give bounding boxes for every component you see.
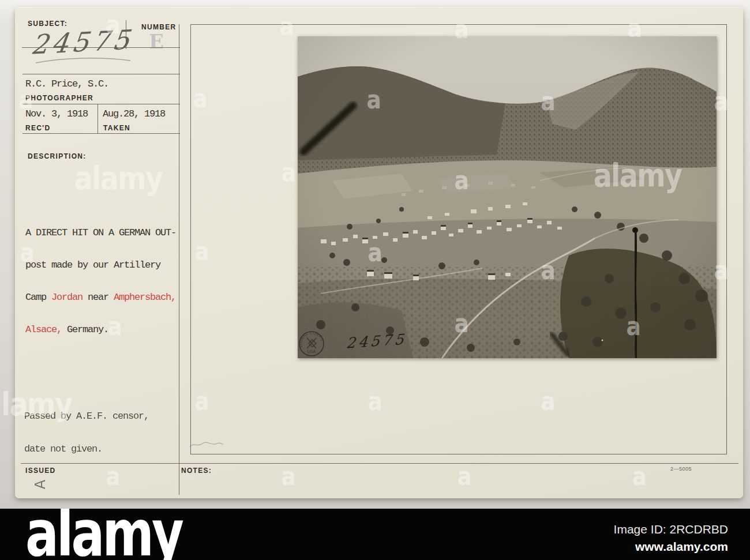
rule-above-photographer	[22, 74, 180, 74]
subject-number-divider	[126, 20, 126, 49]
landscape-photo-art: SIGNAL CORPS USA	[298, 36, 717, 358]
rule-under-dates	[22, 133, 180, 134]
received-label: REC'D	[25, 124, 50, 132]
description-line-4: Alsace, Germany.	[25, 325, 176, 336]
photographer-name: R.C. Price, S.C.	[25, 78, 108, 89]
archive-photo: SIGNAL CORPS USA 24575	[298, 36, 717, 358]
number-stamp-e: E	[149, 30, 164, 53]
image-id: Image ID: 2RCDRBD	[614, 523, 728, 536]
column-divider	[179, 24, 179, 495]
description-label: DESCRIPTION:	[28, 152, 87, 160]
rule-above-dates	[22, 104, 180, 104]
description-line-3: Camp Jordan near Amphersbach,	[25, 292, 176, 303]
alamy-footer-bar: alamy Image ID: 2RCDRBD www.alamy.com	[0, 509, 750, 560]
description-text: A DIRECT HIT ON A GERMAN OUT- post made …	[25, 206, 176, 356]
notes-label: NOTES:	[181, 467, 212, 475]
taken-date: Aug.28, 1918	[103, 108, 165, 119]
description-line-1: A DIRECT HIT ON A GERMAN OUT-	[25, 228, 176, 239]
subject-label: SUBJECT:	[28, 20, 68, 28]
censor-note-line-1: Passed by A.E.F. censor,	[24, 411, 149, 422]
alamy-url: www.alamy.com	[635, 540, 728, 554]
form-number: 2—5005	[670, 466, 692, 472]
rule-bottom	[21, 463, 738, 464]
dates-divider	[97, 104, 98, 133]
description-line-2: post made by our Artillery	[25, 260, 176, 271]
alamy-stock-photo-page: SUBJECT: 24575 NUMBER E R.C. Price, S.C.…	[0, 0, 750, 560]
alamy-logo: alamy	[25, 509, 182, 560]
taken-label: TAKEN	[103, 124, 130, 132]
archive-index-card: SUBJECT: 24575 NUMBER E R.C. Price, S.C.…	[15, 7, 743, 498]
rule-under-subject	[22, 47, 180, 48]
issued-label: ISSUED	[25, 467, 55, 475]
pencil-scribble	[188, 439, 225, 450]
received-date: Nov. 3, 1918	[25, 108, 88, 119]
censor-note-line-2: date not given.	[24, 444, 149, 454]
subject-underline-flourish	[35, 55, 133, 65]
issued-mark-handwritten: A	[32, 480, 48, 489]
photographer-label: PHOTOGRAPHER	[25, 94, 93, 102]
